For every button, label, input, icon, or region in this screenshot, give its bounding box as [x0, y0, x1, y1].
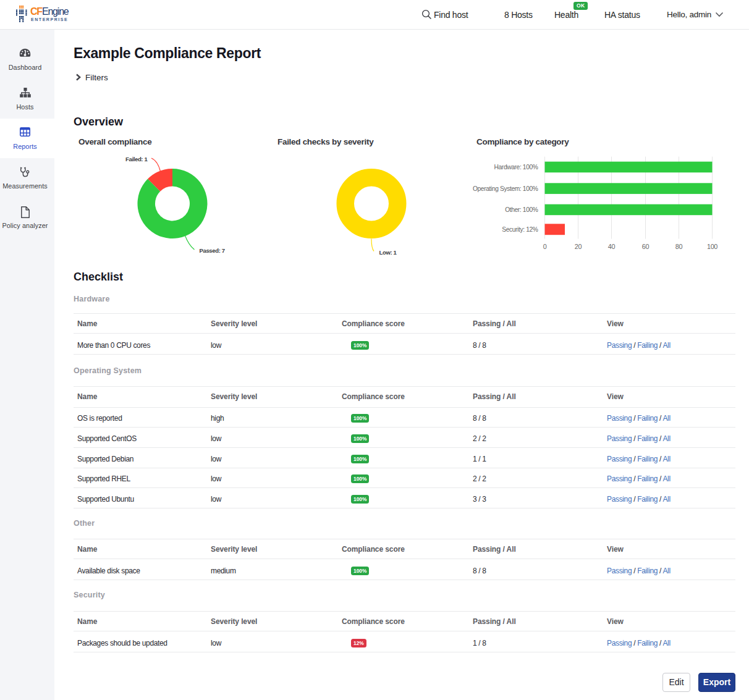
- svg-text:40: 40: [608, 243, 616, 250]
- svg-text:60: 60: [642, 243, 650, 250]
- svg-text:Compliance by category: Compliance by category: [476, 137, 569, 146]
- svg-text:0: 0: [543, 243, 547, 250]
- svg-text:Operating System: 100%: Operating System: 100%: [473, 185, 538, 192]
- svg-text:80: 80: [675, 243, 683, 250]
- svg-text:Overall compliance: Overall compliance: [78, 137, 152, 146]
- svg-text:Passed: 7: Passed: 7: [200, 247, 225, 254]
- svg-text:Failed: 1: Failed: 1: [125, 156, 148, 162]
- svg-text:Security: 12%: Security: 12%: [502, 226, 538, 233]
- svg-text:Low: 1: Low: 1: [379, 249, 397, 256]
- svg-text:Hardware: 100%: Hardware: 100%: [494, 164, 538, 171]
- svg-text:20: 20: [575, 243, 582, 250]
- svg-text:Failed checks by severity: Failed checks by severity: [277, 137, 374, 146]
- svg-text:Other: 100%: Other: 100%: [505, 206, 538, 213]
- svg-text:100: 100: [707, 243, 717, 250]
